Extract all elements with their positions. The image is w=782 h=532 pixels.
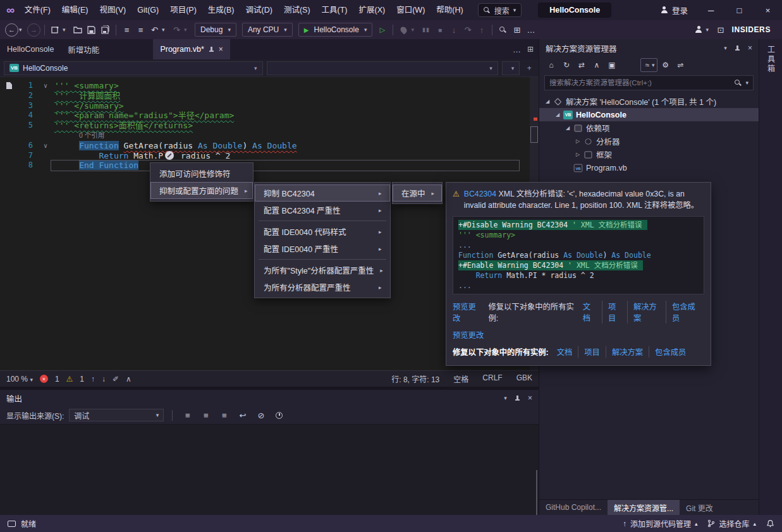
menu-item-3[interactable]: Git(G) — [131, 0, 164, 20]
fix-target-link[interactable]: 项目 — [602, 301, 627, 323]
split-editor-button[interactable]: + — [523, 64, 535, 73]
menu-item-2[interactable]: 视图(V) — [94, 0, 131, 20]
type-dropdown[interactable]: ▾ — [267, 61, 498, 75]
feedback-button[interactable]: ⊡ — [714, 23, 728, 37]
save-all-button[interactable] — [99, 23, 112, 37]
member-dropdown[interactable]: ▾ — [502, 61, 520, 75]
step-over-button[interactable]: ↷ — [461, 23, 474, 37]
close-panel-icon[interactable]: × — [528, 394, 532, 402]
fix-target-link[interactable]: 包含成员 — [649, 346, 692, 358]
collapse-region-icon[interactable]: ∨ — [44, 82, 47, 89]
warning-icon[interactable]: ⚠ — [66, 375, 73, 384]
menu-item-6[interactable]: 调试(D) — [240, 0, 278, 20]
navigate-forward-button[interactable]: → — [27, 23, 40, 37]
tool-window-tab[interactable]: GitHub Copilot... — [539, 500, 608, 515]
encoding-indicator[interactable]: GBK — [516, 373, 532, 384]
menu-item-1[interactable]: 编辑(E) — [56, 0, 94, 20]
code-line[interactable]: 5''' <returns>面积值</returns> — [0, 121, 528, 131]
solution-platform-combo[interactable]: Any CPU ▾ — [242, 23, 293, 37]
warning-count[interactable]: 1 — [80, 375, 84, 384]
fix-target-link[interactable]: 包含成员 — [666, 301, 704, 323]
history-icon[interactable] — [272, 408, 286, 422]
align-justify-icon[interactable]: ≡ — [217, 408, 231, 422]
toolbar-overflow-button[interactable]: … — [524, 23, 537, 37]
menu-item-4[interactable]: 项目(P) — [164, 0, 202, 20]
menu-item-7[interactable]: 测试(S) — [278, 0, 316, 20]
error-icon[interactable]: × — [40, 375, 48, 383]
menu-item[interactable]: 配置 BC42304 严重性▸ — [255, 202, 390, 219]
codelens-indicator[interactable]: 0 个引用 — [51, 131, 104, 141]
word-wrap-icon[interactable]: ↩ — [236, 408, 249, 422]
more-tabs-button[interactable]: … — [513, 45, 521, 54]
jump-to-previous-icon[interactable]: ≡ — [181, 408, 194, 422]
tree-item[interactable]: VBProgram.vb — [539, 161, 759, 174]
pin-icon[interactable] — [209, 47, 214, 52]
code-line[interactable]: 6∨Function GetArea(radius As Double) As … — [0, 141, 528, 151]
window-position-icon[interactable]: ▾ — [724, 45, 727, 51]
menu-item[interactable]: 配置 IDE0040 代码样式▸ — [255, 223, 390, 240]
show-all-files-icon[interactable]: ▣ — [605, 59, 619, 71]
menu-item-0[interactable]: 文件(F) — [19, 0, 56, 20]
find-in-files-button[interactable] — [496, 23, 510, 37]
line-column-indicator[interactable]: 行: 8, 字符: 13 — [391, 373, 439, 384]
fix-target-link[interactable]: 解决方案 — [606, 346, 649, 358]
close-tab-icon[interactable]: × — [219, 45, 223, 54]
collapse-margin-icon[interactable]: ∧ — [126, 375, 131, 384]
collapsed-tool-window-tab[interactable]: 工具箱 — [766, 45, 776, 74]
expand-icon[interactable]: ▷ — [573, 152, 582, 157]
pin-icon[interactable] — [735, 45, 740, 51]
next-issue-button[interactable]: ↓ — [102, 375, 106, 384]
solution-search-input[interactable] — [549, 79, 731, 87]
menu-item[interactable]: 添加可访问性修饰符 — [150, 165, 253, 182]
close-button[interactable]: × — [754, 0, 782, 20]
open-file-button[interactable] — [71, 23, 84, 37]
window-position-icon[interactable]: ▾ — [504, 395, 507, 401]
step-out-button[interactable]: ↑ — [475, 23, 488, 37]
menu-item[interactable]: 配置 IDE0040 严重性▸ — [255, 240, 390, 257]
navigate-back-button[interactable]: ← — [5, 23, 18, 37]
menu-item-10[interactable]: 窗口(W) — [391, 0, 431, 20]
tree-item[interactable]: ◢解决方案 'HelloConsole' (1 个项目, 共 1 个) — [539, 95, 759, 108]
menu-item-5[interactable]: 生成(B) — [202, 0, 240, 20]
clear-all-icon[interactable]: ⊘ — [254, 408, 267, 422]
navigate-forward-list-icon[interactable]: ≡ — [134, 23, 147, 37]
tab-options-button[interactable]: ⊞ — [527, 45, 534, 54]
minimize-button[interactable]: ─ — [697, 0, 725, 20]
collapse-all-icon[interactable]: ∧ — [590, 59, 604, 71]
menu-item[interactable]: 为所有"Style"分析器配置严重性▸ — [255, 262, 390, 279]
preview-changes-link[interactable]: 预览更改 — [453, 329, 484, 341]
command-window-button[interactable]: ⊞ — [510, 23, 523, 37]
undo-button[interactable]: ↶ — [148, 23, 161, 37]
pin-icon[interactable] — [515, 396, 520, 401]
menu-item[interactable]: 为所有分析器配置严重性▸ — [255, 279, 390, 296]
tree-item[interactable]: ▷分析器 — [539, 135, 759, 148]
output-content[interactable] — [0, 424, 539, 515]
scrollbar-thumb[interactable] — [530, 126, 538, 143]
close-panel-icon[interactable]: × — [748, 44, 752, 52]
select-repository-button[interactable]: 选择仓库 ▴ — [707, 518, 756, 529]
view-selector-toggle[interactable]: ≈ ▾ — [640, 58, 657, 72]
menu-item[interactable]: 在源中▸ — [393, 184, 442, 202]
clean-document-icon[interactable]: ✐ — [113, 375, 119, 384]
menu-item-9[interactable]: 扩展(X) — [353, 0, 391, 20]
code-line[interactable]: 8End Function — [0, 160, 528, 171]
menu-item[interactable]: 抑制 BC42304▸ — [255, 184, 390, 202]
code-line[interactable]: 1∨''' <summary> — [0, 81, 528, 91]
start-debugging-button[interactable]: ▶ HelloConsole ▾ — [298, 23, 373, 37]
expand-icon[interactable]: ◢ — [563, 125, 572, 131]
expand-icon[interactable]: ▷ — [573, 138, 582, 144]
new-project-dropdown-icon[interactable]: ▾ — [63, 27, 70, 33]
tree-item[interactable]: ▷框架 — [539, 148, 759, 161]
tool-window-tab[interactable]: 解决方案资源管... — [608, 500, 680, 515]
navigate-back-dropdown-icon[interactable]: ▾ — [19, 27, 27, 33]
code-line[interactable]: 7Return Math.P radius ^ 2 — [0, 151, 528, 161]
start-without-debugging-button[interactable]: ▷ — [376, 23, 389, 37]
switch-views-icon[interactable]: ⌂ — [544, 59, 558, 71]
line-ending-indicator[interactable]: CRLF — [482, 373, 502, 384]
fix-target-link[interactable]: 文档 — [577, 301, 602, 323]
hot-reload-dropdown-icon[interactable]: ▾ — [411, 27, 418, 33]
align-left-icon[interactable]: ≡ — [199, 408, 212, 422]
break-all-button[interactable]: ▮▮ — [419, 23, 432, 37]
add-to-source-control-button[interactable]: ↑ 添加到源代码管理 ▴ — [623, 518, 698, 529]
zoom-level-dropdown[interactable]: 100 % ▾ — [6, 375, 33, 384]
